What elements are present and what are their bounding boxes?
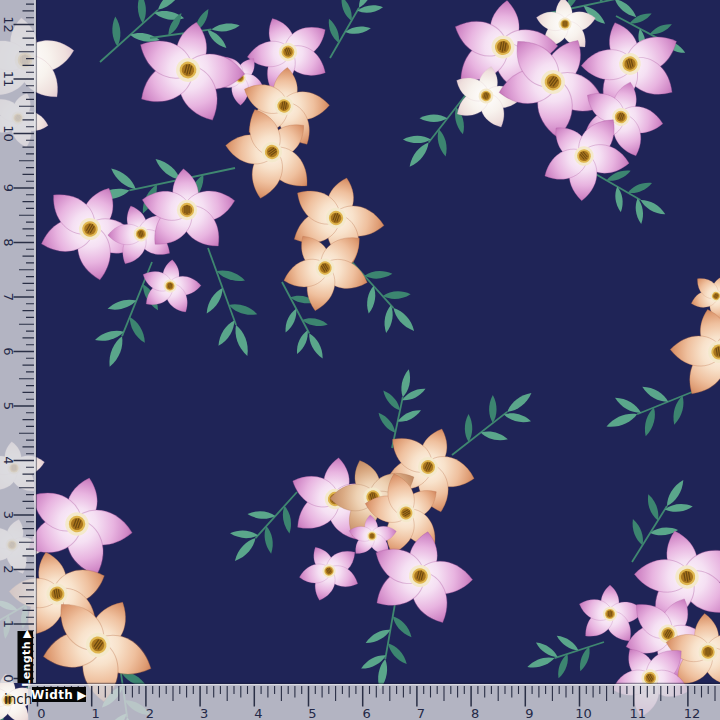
ruler-number: 2	[146, 706, 154, 720]
bottom-ruler: 0123456789101112 Width▶	[28, 683, 720, 720]
length-label: Length▶	[18, 629, 34, 687]
left-ruler: 0123456789101112 Length▶	[0, 0, 36, 687]
width-label-text: Width▶	[31, 688, 87, 702]
ruler-number: 3	[1, 511, 16, 519]
ruler-number: 5	[308, 706, 316, 720]
width-arrow-icon: ▶	[77, 688, 87, 702]
ruler-number: 12	[684, 706, 701, 720]
ruler-number: 10	[1, 125, 16, 142]
fabric-swatch-image: 0123456789101112 Length▶ 012345678910111…	[0, 0, 720, 720]
length-arrow-icon: ▶	[19, 629, 32, 638]
ruler-number: 2	[1, 565, 16, 573]
left-ruler-body	[0, 0, 36, 683]
ruler-number: 1	[1, 620, 16, 628]
ruler-number: 4	[1, 456, 16, 464]
ruler-number: 8	[471, 706, 479, 720]
ruler-number: 1	[92, 706, 100, 720]
ruler-number: 11	[629, 706, 646, 720]
ruler-number: 12	[1, 16, 16, 33]
ruler-number: 0	[1, 674, 16, 682]
ruler-number: 10	[575, 706, 592, 720]
ruler-number: 4	[254, 706, 262, 720]
ruler-number: 11	[1, 71, 16, 88]
ruler-number: 6	[363, 706, 371, 720]
ruler-number: 9	[525, 706, 533, 720]
bottom-ruler-body	[28, 684, 720, 720]
ruler-number: 0	[37, 706, 45, 720]
ruler-number: 3	[200, 706, 208, 720]
unit-label: inch	[4, 691, 32, 707]
length-label-text: Length▶	[19, 629, 32, 687]
fabric-swatch-canvas: 0123456789101112 Length▶ 012345678910111…	[0, 0, 720, 720]
ruler-number: 7	[417, 706, 425, 720]
ruler-number: 5	[1, 402, 16, 410]
ruler-number: 6	[1, 347, 16, 355]
width-label: Width▶	[31, 687, 87, 702]
ruler-number: 7	[1, 293, 16, 301]
ruler-number: 9	[1, 184, 16, 192]
ruler-number: 8	[1, 238, 16, 246]
